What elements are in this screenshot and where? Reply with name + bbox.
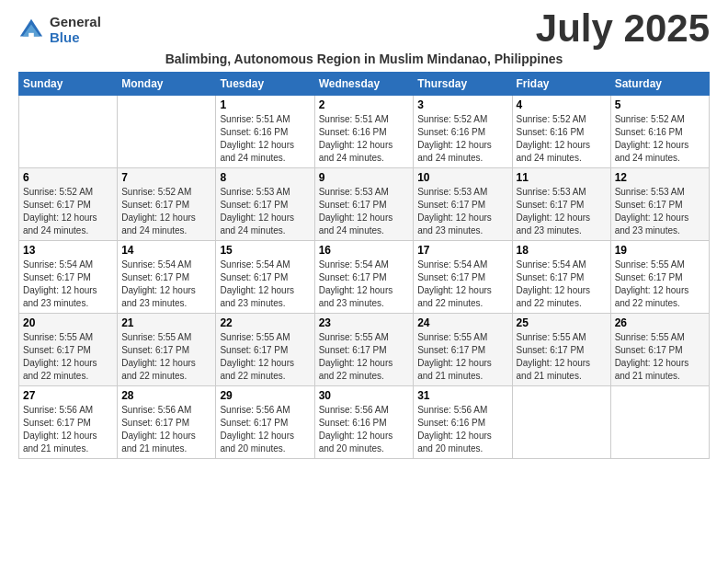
day-number: 25 [517, 316, 607, 329]
page-header: General Blue July 2025 [18, 9, 710, 48]
calendar-cell: 10Sunrise: 5:53 AM Sunset: 6:17 PM Dayli… [414, 168, 512, 241]
day-number: 22 [220, 316, 310, 329]
logo-text: General Blue [50, 15, 101, 45]
day-info: Sunrise: 5:55 AM Sunset: 6:17 PM Dayligh… [615, 331, 705, 383]
day-info: Sunrise: 5:54 AM Sunset: 6:17 PM Dayligh… [517, 259, 607, 310]
day-info: Sunrise: 5:54 AM Sunset: 6:17 PM Dayligh… [121, 259, 211, 310]
day-info: Sunrise: 5:55 AM Sunset: 6:17 PM Dayligh… [615, 259, 705, 310]
day-number: 30 [319, 389, 410, 402]
calendar-cell: 6Sunrise: 5:52 AM Sunset: 6:17 PM Daylig… [19, 168, 118, 241]
day-number: 2 [319, 98, 410, 111]
day-info: Sunrise: 5:54 AM Sunset: 6:17 PM Dayligh… [319, 259, 410, 310]
svg-rect-2 [28, 32, 34, 38]
calendar-subtitle: Balimbing, Autonomous Region in Muslim M… [18, 52, 710, 66]
calendar-week-row: 13Sunrise: 5:54 AM Sunset: 6:17 PM Dayli… [19, 241, 710, 314]
day-info: Sunrise: 5:56 AM Sunset: 6:17 PM Dayligh… [23, 404, 113, 455]
calendar-cell: 19Sunrise: 5:55 AM Sunset: 6:17 PM Dayli… [610, 241, 709, 314]
calendar-cell: 28Sunrise: 5:56 AM Sunset: 6:17 PM Dayli… [118, 386, 216, 459]
logo-general: General [50, 15, 101, 30]
day-info: Sunrise: 5:53 AM Sunset: 6:17 PM Dayligh… [517, 186, 607, 237]
month-title: July 2025 [536, 9, 710, 48]
day-number: 6 [23, 171, 113, 184]
calendar-cell: 9Sunrise: 5:53 AM Sunset: 6:17 PM Daylig… [314, 168, 414, 241]
calendar-cell: 23Sunrise: 5:55 AM Sunset: 6:17 PM Dayli… [314, 314, 414, 386]
day-number: 10 [417, 171, 507, 184]
calendar-week-row: 27Sunrise: 5:56 AM Sunset: 6:17 PM Dayli… [19, 386, 710, 459]
calendar-cell: 21Sunrise: 5:55 AM Sunset: 6:17 PM Dayli… [118, 314, 216, 386]
calendar-cell: 22Sunrise: 5:55 AM Sunset: 6:17 PM Dayli… [216, 314, 314, 386]
calendar-cell: 25Sunrise: 5:55 AM Sunset: 6:17 PM Dayli… [512, 314, 610, 386]
calendar-week-row: 1Sunrise: 5:51 AM Sunset: 6:16 PM Daylig… [19, 96, 710, 168]
day-number: 31 [417, 389, 507, 402]
calendar-table: SundayMondayTuesdayWednesdayThursdayFrid… [18, 72, 710, 459]
day-info: Sunrise: 5:53 AM Sunset: 6:17 PM Dayligh… [319, 186, 410, 237]
day-info: Sunrise: 5:56 AM Sunset: 6:16 PM Dayligh… [319, 404, 410, 455]
day-number: 20 [23, 316, 113, 329]
day-info: Sunrise: 5:53 AM Sunset: 6:17 PM Dayligh… [615, 186, 705, 237]
day-info: Sunrise: 5:55 AM Sunset: 6:17 PM Dayligh… [23, 331, 113, 383]
day-info: Sunrise: 5:56 AM Sunset: 6:17 PM Dayligh… [220, 404, 310, 455]
day-header-wednesday: Wednesday [314, 73, 414, 96]
calendar-cell [118, 96, 216, 168]
calendar-cell [19, 96, 118, 168]
day-info: Sunrise: 5:55 AM Sunset: 6:17 PM Dayligh… [220, 331, 310, 383]
day-header-monday: Monday [118, 73, 216, 96]
calendar-cell: 27Sunrise: 5:56 AM Sunset: 6:17 PM Dayli… [19, 386, 118, 459]
day-header-sunday: Sunday [19, 73, 118, 96]
day-number: 18 [517, 244, 607, 257]
day-number: 7 [121, 171, 211, 184]
calendar-cell: 31Sunrise: 5:56 AM Sunset: 6:16 PM Dayli… [414, 386, 512, 459]
calendar-cell: 24Sunrise: 5:55 AM Sunset: 6:17 PM Dayli… [414, 314, 512, 386]
calendar-cell [610, 386, 709, 459]
calendar-cell: 2Sunrise: 5:51 AM Sunset: 6:16 PM Daylig… [314, 96, 414, 168]
logo-icon [18, 17, 44, 43]
day-number: 21 [121, 316, 211, 329]
day-number: 14 [121, 244, 211, 257]
day-info: Sunrise: 5:51 AM Sunset: 6:16 PM Dayligh… [220, 113, 310, 165]
calendar-cell: 15Sunrise: 5:54 AM Sunset: 6:17 PM Dayli… [216, 241, 314, 314]
day-header-thursday: Thursday [414, 73, 512, 96]
day-info: Sunrise: 5:53 AM Sunset: 6:17 PM Dayligh… [417, 186, 507, 237]
logo: General Blue [18, 15, 101, 45]
day-info: Sunrise: 5:54 AM Sunset: 6:17 PM Dayligh… [417, 259, 507, 310]
calendar-cell: 11Sunrise: 5:53 AM Sunset: 6:17 PM Dayli… [512, 168, 610, 241]
day-number: 19 [615, 244, 705, 257]
day-info: Sunrise: 5:52 AM Sunset: 6:16 PM Dayligh… [517, 113, 607, 165]
calendar-cell: 13Sunrise: 5:54 AM Sunset: 6:17 PM Dayli… [19, 241, 118, 314]
calendar-cell: 1Sunrise: 5:51 AM Sunset: 6:16 PM Daylig… [216, 96, 314, 168]
day-info: Sunrise: 5:52 AM Sunset: 6:17 PM Dayligh… [23, 186, 113, 237]
day-number: 28 [121, 389, 211, 402]
calendar-week-row: 20Sunrise: 5:55 AM Sunset: 6:17 PM Dayli… [19, 314, 710, 386]
day-info: Sunrise: 5:52 AM Sunset: 6:16 PM Dayligh… [417, 113, 507, 165]
day-number: 24 [417, 316, 507, 329]
day-header-tuesday: Tuesday [216, 73, 314, 96]
day-info: Sunrise: 5:55 AM Sunset: 6:17 PM Dayligh… [319, 331, 410, 383]
day-info: Sunrise: 5:53 AM Sunset: 6:17 PM Dayligh… [220, 186, 310, 237]
day-number: 8 [220, 171, 310, 184]
calendar-cell: 30Sunrise: 5:56 AM Sunset: 6:16 PM Dayli… [314, 386, 414, 459]
day-number: 27 [23, 389, 113, 402]
day-number: 26 [615, 316, 705, 329]
calendar-cell: 4Sunrise: 5:52 AM Sunset: 6:16 PM Daylig… [512, 96, 610, 168]
day-info: Sunrise: 5:52 AM Sunset: 6:16 PM Dayligh… [615, 113, 705, 165]
calendar-cell: 20Sunrise: 5:55 AM Sunset: 6:17 PM Dayli… [19, 314, 118, 386]
calendar-cell: 18Sunrise: 5:54 AM Sunset: 6:17 PM Dayli… [512, 241, 610, 314]
calendar-cell: 8Sunrise: 5:53 AM Sunset: 6:17 PM Daylig… [216, 168, 314, 241]
calendar-cell: 12Sunrise: 5:53 AM Sunset: 6:17 PM Dayli… [610, 168, 709, 241]
calendar-cell: 26Sunrise: 5:55 AM Sunset: 6:17 PM Dayli… [610, 314, 709, 386]
day-number: 5 [615, 98, 705, 111]
calendar-cell: 29Sunrise: 5:56 AM Sunset: 6:17 PM Dayli… [216, 386, 314, 459]
day-info: Sunrise: 5:52 AM Sunset: 6:17 PM Dayligh… [121, 186, 211, 237]
day-number: 17 [417, 244, 507, 257]
calendar-cell: 3Sunrise: 5:52 AM Sunset: 6:16 PM Daylig… [414, 96, 512, 168]
calendar-cell: 7Sunrise: 5:52 AM Sunset: 6:17 PM Daylig… [118, 168, 216, 241]
calendar-week-row: 6Sunrise: 5:52 AM Sunset: 6:17 PM Daylig… [19, 168, 710, 241]
day-number: 3 [417, 98, 507, 111]
day-number: 13 [23, 244, 113, 257]
day-info: Sunrise: 5:56 AM Sunset: 6:17 PM Dayligh… [121, 404, 211, 455]
day-number: 29 [220, 389, 310, 402]
calendar-header-row: SundayMondayTuesdayWednesdayThursdayFrid… [19, 73, 710, 96]
day-info: Sunrise: 5:54 AM Sunset: 6:17 PM Dayligh… [23, 259, 113, 310]
day-header-friday: Friday [512, 73, 610, 96]
day-number: 15 [220, 244, 310, 257]
